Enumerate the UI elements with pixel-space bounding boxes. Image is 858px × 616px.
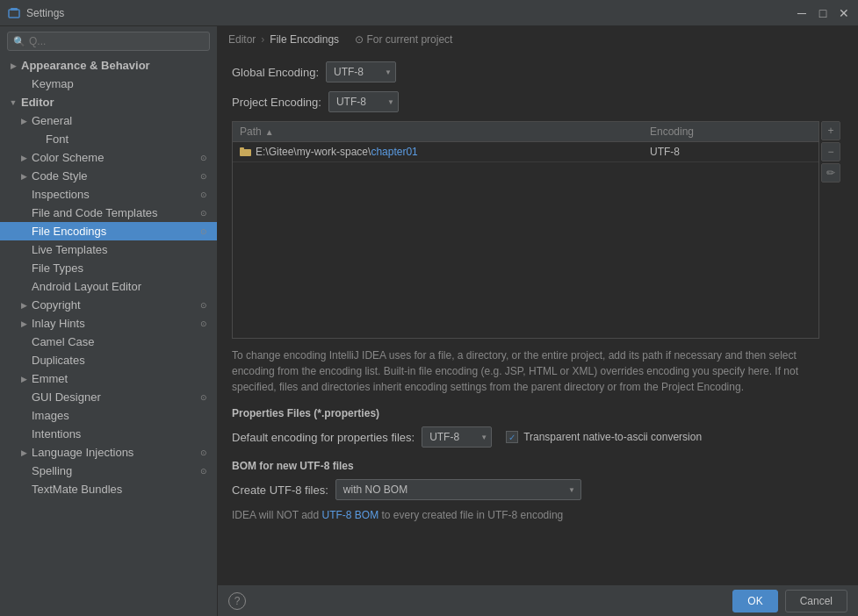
window-title: Settings bbox=[26, 7, 795, 19]
bom-dropdown[interactable]: with NO BOM ▼ bbox=[335, 479, 581, 500]
maximize-button[interactable]: □ bbox=[816, 6, 830, 20]
svg-rect-3 bbox=[240, 147, 244, 150]
tree-arrow-emmet: ▶ bbox=[18, 373, 30, 385]
ok-button[interactable]: OK bbox=[732, 590, 777, 612]
remove-button[interactable]: − bbox=[821, 142, 840, 161]
sidebar-item-editor[interactable]: ▼Editor bbox=[0, 93, 217, 111]
sidebar-label-live-templates: Live Templates bbox=[32, 243, 210, 256]
sidebar-label-textmate-bundles: TextMate Bundles bbox=[32, 483, 210, 496]
content-area: Editor › File Encodings ⊙ For current pr… bbox=[218, 26, 858, 616]
sidebar-item-general[interactable]: ▶General bbox=[0, 111, 217, 130]
settings-content: Global Encoding: UTF-8 ▼ Project Encodin… bbox=[218, 53, 858, 584]
sidebar-item-textmate-bundles[interactable]: TextMate Bundles bbox=[0, 480, 217, 498]
properties-encoding-value: UTF-8 bbox=[429, 431, 459, 443]
project-encoding-row: Project Encoding: UTF-8 ▼ bbox=[232, 91, 844, 112]
bom-section-title: BOM for new UTF-8 files bbox=[232, 460, 844, 472]
sidebar-label-keymap: Keymap bbox=[32, 77, 210, 90]
badge-spelling: ⊙ bbox=[198, 465, 210, 477]
badge-language-injections: ⊙ bbox=[198, 447, 210, 459]
encoding-table-wrapper: Path ▲ Encoding bbox=[232, 121, 819, 339]
sidebar-label-editor: Editor bbox=[21, 96, 210, 109]
notice-suffix: to every created file in UTF-8 encoding bbox=[379, 509, 563, 521]
sidebar-tree: ▶Appearance & BehaviorKeymap▼Editor▶Gene… bbox=[0, 56, 217, 498]
encoding-table: Path ▲ Encoding bbox=[232, 121, 819, 339]
sidebar-item-color-scheme[interactable]: ▶Color Scheme⊙ bbox=[0, 148, 217, 167]
sidebar-item-android-layout-editor[interactable]: Android Layout Editor bbox=[0, 277, 217, 296]
sidebar-item-file-and-code-templates[interactable]: File and Code Templates⊙ bbox=[0, 204, 217, 222]
sidebar-item-duplicates[interactable]: Duplicates bbox=[0, 351, 217, 369]
notice-link[interactable]: UTF-8 BOM bbox=[321, 509, 379, 521]
sidebar-label-inlay-hints: Inlay Hints bbox=[32, 317, 196, 330]
project-encoding-dropdown[interactable]: UTF-8 ▼ bbox=[328, 91, 399, 112]
svg-rect-1 bbox=[11, 8, 18, 11]
transparent-checkbox[interactable]: ✓ bbox=[506, 431, 518, 443]
transparent-label: Transparent native-to-ascii conversion bbox=[523, 431, 702, 443]
minimize-button[interactable]: ─ bbox=[795, 6, 809, 20]
add-button[interactable]: + bbox=[821, 121, 840, 140]
badge-inlay-hints: ⊙ bbox=[198, 318, 210, 330]
path-column-header[interactable]: Path ▲ bbox=[233, 122, 643, 141]
breadcrumb-sep: › bbox=[261, 33, 264, 46]
sidebar-item-camel-case[interactable]: Camel Case bbox=[0, 333, 217, 351]
sidebar-label-inspections: Inspections bbox=[32, 188, 196, 201]
sidebar-label-general: General bbox=[32, 114, 210, 127]
sidebar-item-code-style[interactable]: ▶Code Style⊙ bbox=[0, 167, 217, 185]
sidebar-label-duplicates: Duplicates bbox=[32, 354, 210, 367]
sidebar-item-images[interactable]: Images bbox=[0, 406, 217, 425]
sidebar-item-emmet[interactable]: ▶Emmet bbox=[0, 369, 217, 388]
chevron-down-icon: ▼ bbox=[480, 433, 487, 441]
search-icon: 🔍 bbox=[13, 36, 25, 47]
sidebar-item-file-types[interactable]: File Types bbox=[0, 259, 217, 277]
table-row[interactable]: E:\Gitee\my-work-space\chapter01 UTF-8 bbox=[233, 142, 818, 162]
properties-section-title: Properties Files (*.properties) bbox=[232, 407, 844, 419]
sidebar-label-font: Font bbox=[46, 133, 210, 146]
global-encoding-dropdown[interactable]: UTF-8 ▼ bbox=[326, 61, 396, 82]
title-bar: Settings ─ □ ✕ bbox=[0, 0, 858, 26]
sidebar-label-file-encodings: File Encodings bbox=[32, 225, 196, 238]
breadcrumb-current: File Encodings bbox=[270, 33, 339, 46]
project-encoding-value: UTF-8 bbox=[336, 96, 366, 108]
sidebar-item-inspections[interactable]: Inspections⊙ bbox=[0, 185, 217, 204]
close-button[interactable]: ✕ bbox=[837, 6, 851, 20]
sort-asc-icon: ▲ bbox=[265, 127, 274, 137]
sidebar-item-font[interactable]: Font bbox=[0, 130, 217, 148]
sidebar-label-file-and-code-templates: File and Code Templates bbox=[32, 206, 196, 219]
sidebar-label-spelling: Spelling bbox=[32, 464, 196, 477]
badge-file-and-code-templates: ⊙ bbox=[198, 207, 210, 219]
help-button[interactable]: ? bbox=[228, 592, 246, 610]
chevron-down-icon: ▼ bbox=[385, 68, 392, 76]
sidebar-item-appearance[interactable]: ▶Appearance & Behavior bbox=[0, 56, 217, 75]
sidebar-item-spelling[interactable]: Spelling⊙ bbox=[0, 462, 217, 480]
badge-gui-designer: ⊙ bbox=[198, 391, 210, 404]
svg-rect-2 bbox=[240, 149, 251, 156]
sidebar-item-keymap[interactable]: Keymap bbox=[0, 75, 217, 93]
sidebar: 🔍 ▶Appearance & BehaviorKeymap▼Editor▶Ge… bbox=[0, 26, 218, 616]
sidebar-label-images: Images bbox=[32, 409, 210, 422]
tree-arrow-code-style: ▶ bbox=[18, 170, 30, 183]
properties-encoding-label: Default encoding for properties files: bbox=[232, 431, 415, 444]
sidebar-label-camel-case: Camel Case bbox=[32, 335, 210, 348]
tree-arrow-general: ▶ bbox=[18, 115, 30, 127]
edit-button[interactable]: ✏ bbox=[821, 163, 840, 183]
sidebar-item-copyright[interactable]: ▶Copyright⊙ bbox=[0, 296, 217, 314]
encoding-column-header[interactable]: Encoding bbox=[643, 122, 818, 141]
properties-encoding-dropdown[interactable]: UTF-8 ▼ bbox=[422, 426, 492, 448]
tree-arrow-appearance: ▶ bbox=[7, 60, 19, 72]
search-box[interactable]: 🔍 bbox=[7, 32, 210, 51]
sidebar-item-gui-designer[interactable]: GUI Designer⊙ bbox=[0, 388, 217, 406]
breadcrumb-parent: Editor bbox=[228, 33, 256, 46]
sidebar-item-file-encodings[interactable]: File Encodings⊙ bbox=[0, 222, 217, 240]
sidebar-label-emmet: Emmet bbox=[32, 372, 210, 385]
sidebar-item-language-injections[interactable]: ▶Language Injections⊙ bbox=[0, 443, 217, 462]
search-input[interactable] bbox=[29, 35, 204, 47]
sidebar-item-intentions[interactable]: Intentions bbox=[0, 425, 217, 443]
sidebar-item-inlay-hints[interactable]: ▶Inlay Hints⊙ bbox=[0, 314, 217, 333]
badge-inspections: ⊙ bbox=[198, 189, 210, 201]
create-utf8-row: Create UTF-8 files: with NO BOM ▼ bbox=[232, 479, 844, 500]
bottom-buttons: OK Cancel bbox=[732, 590, 847, 612]
sidebar-label-gui-designer: GUI Designer bbox=[32, 390, 196, 404]
cancel-button[interactable]: Cancel bbox=[785, 590, 847, 612]
sidebar-item-live-templates[interactable]: Live Templates bbox=[0, 240, 217, 259]
chevron-down-icon: ▼ bbox=[568, 486, 575, 494]
sidebar-label-color-scheme: Color Scheme bbox=[32, 151, 196, 164]
